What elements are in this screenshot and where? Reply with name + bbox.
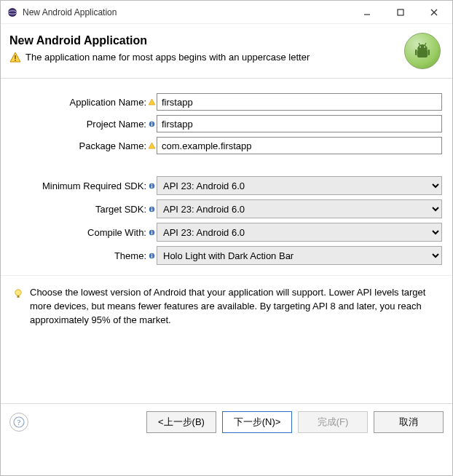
label-application-name: Application Name: xyxy=(11,97,148,108)
theme-select[interactable]: Holo Light with Dark Action Bar xyxy=(157,246,442,265)
back-button[interactable]: <上一步(B) xyxy=(146,411,216,433)
svg-rect-20 xyxy=(151,183,151,184)
svg-rect-16 xyxy=(151,123,151,126)
warning-decor-icon xyxy=(148,140,155,151)
svg-rect-3 xyxy=(398,9,403,15)
svg-rect-8 xyxy=(417,49,428,57)
svg-rect-19 xyxy=(151,185,151,188)
window-title: New Android Application xyxy=(23,7,350,17)
label-package-name: Package Name: xyxy=(11,140,148,151)
warning-decor-icon xyxy=(148,97,155,107)
min-sdk-select[interactable]: API 23: Android 6.0 xyxy=(157,176,442,195)
eclipse-icon xyxy=(7,7,18,18)
info-decor-icon xyxy=(148,204,155,214)
svg-rect-12 xyxy=(428,49,430,55)
button-bar: ? <上一步(B) 下一步(N)> 完成(F) 取消 xyxy=(1,404,452,442)
svg-rect-25 xyxy=(151,231,151,234)
help-button[interactable]: ? xyxy=(9,413,28,432)
label-project-name: Project Name: xyxy=(11,119,148,130)
label-min-sdk: Minimum Required SDK: xyxy=(11,181,148,191)
svg-rect-22 xyxy=(151,208,151,211)
svg-point-10 xyxy=(424,47,425,48)
svg-point-30 xyxy=(15,290,21,295)
lightbulb-icon xyxy=(12,287,24,299)
page-title: New Android Application xyxy=(9,34,397,47)
project-name-input[interactable] xyxy=(157,115,442,132)
hint-text: Choose the lowest version of Android tha… xyxy=(30,286,441,328)
info-decor-icon xyxy=(148,119,155,129)
label-target-sdk: Target SDK: xyxy=(11,204,148,215)
svg-point-0 xyxy=(8,8,17,17)
label-compile-with: Compile With: xyxy=(11,227,148,238)
svg-rect-29 xyxy=(151,253,151,254)
label-theme: Theme: xyxy=(11,250,148,261)
compile-with-select[interactable]: API 23: Android 6.0 xyxy=(157,223,442,242)
info-decor-icon xyxy=(148,181,155,191)
svg-rect-26 xyxy=(151,230,151,231)
android-icon xyxy=(404,33,441,69)
cancel-button[interactable]: 取消 xyxy=(374,411,444,433)
warning-icon xyxy=(9,52,21,63)
finish-button: 完成(F) xyxy=(298,411,368,433)
svg-point-9 xyxy=(419,47,421,48)
svg-rect-11 xyxy=(415,49,417,55)
svg-rect-6 xyxy=(15,55,15,59)
svg-rect-23 xyxy=(151,207,151,207)
form-area: Application Name: Project Name: Package … xyxy=(1,79,452,276)
svg-rect-31 xyxy=(17,295,20,298)
svg-text:?: ? xyxy=(17,419,21,427)
info-decor-icon xyxy=(148,250,155,261)
svg-rect-7 xyxy=(15,60,15,61)
close-button[interactable] xyxy=(417,1,451,23)
target-sdk-select[interactable]: API 23: Android 6.0 xyxy=(157,199,442,218)
package-name-input[interactable] xyxy=(157,137,442,154)
wizard-header: New Android Application The application … xyxy=(1,24,452,79)
window-titlebar: New Android Application xyxy=(1,1,452,24)
maximize-button[interactable] xyxy=(384,1,417,23)
svg-rect-17 xyxy=(151,122,151,122)
hint-area: Choose the lowest version of Android tha… xyxy=(1,276,452,335)
application-name-input[interactable] xyxy=(157,93,442,111)
info-decor-icon xyxy=(148,227,155,237)
header-warning-text: The application name for most apps begin… xyxy=(25,52,310,63)
svg-line-14 xyxy=(425,43,427,45)
svg-line-13 xyxy=(419,43,420,45)
minimize-button[interactable] xyxy=(350,1,384,23)
next-button[interactable]: 下一步(N)> xyxy=(222,411,292,433)
svg-rect-28 xyxy=(151,255,151,258)
